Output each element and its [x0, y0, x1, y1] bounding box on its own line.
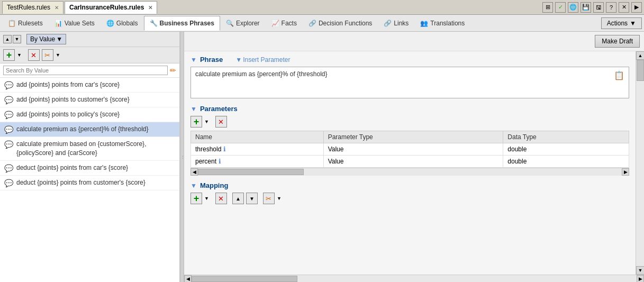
param-type-cell: Value — [323, 156, 503, 168]
list-item[interactable]: 💬 add {points} points from car's {score} — [0, 78, 179, 93]
nav-globals[interactable]: 🌐 Globals — [101, 16, 144, 31]
main-area: ▲ ▼ By Value ▼ + ▼ ✕ ✂ ▼ ✏ 💬 add {po — [0, 32, 644, 282]
tab-carinsurance-close[interactable]: ✕ — [148, 5, 152, 11]
table-row[interactable]: threshold ℹ Value double — [191, 143, 629, 156]
list-item[interactable]: 💬 calculate premium based on {customerSc… — [0, 137, 179, 161]
add-param-button[interactable]: + — [191, 116, 202, 128]
list-item[interactable]: 💬 add {points} points to customer's {sco… — [0, 93, 179, 107]
param-info-icon[interactable]: ℹ — [223, 145, 226, 153]
list-item-selected[interactable]: 💬 calculate premium as {percent}% of {th… — [0, 122, 179, 137]
col-header-param-type: Parameter Type — [323, 131, 503, 143]
close-icon-btn[interactable]: ✕ — [619, 2, 629, 13]
tab-testrules[interactable]: TestRules.rules ✕ — [2, 1, 64, 14]
insert-parameter-button[interactable]: ▼ Insert Parameter — [235, 56, 290, 63]
expand-icon-btn[interactable]: ▶ — [631, 2, 642, 13]
scroll-thumb-h[interactable] — [198, 169, 304, 175]
phrase-copy-icon[interactable]: 📋 — [614, 70, 624, 80]
search-pencil-icon[interactable]: ✏ — [170, 66, 176, 75]
move-down-button[interactable]: ▼ — [246, 193, 258, 204]
mapping-section: ▼ Mapping + ▼ ✕ ▲ ▼ ✂ ▼ — [191, 181, 629, 204]
nav-decision-functions[interactable]: 🔗 Decision Functions — [303, 16, 378, 31]
scroll-down-button[interactable]: ▼ — [636, 266, 644, 275]
param-type-cell: Value — [323, 143, 503, 156]
translations-icon: 👥 — [420, 20, 428, 27]
facts-icon: 📈 — [271, 20, 279, 27]
tab-carinsurance[interactable]: CarInsuranceRules.rules ✕ — [65, 1, 157, 14]
cut-mapping-button[interactable]: ✂ — [263, 193, 275, 204]
sort-area: ▲ ▼ — [3, 35, 21, 43]
list-item[interactable]: 💬 add {points} points to policy's {score… — [0, 107, 179, 122]
right-scroll-thumb-h[interactable] — [192, 276, 297, 282]
cut-mapping-dropdown-arrow[interactable]: ▼ — [277, 196, 282, 201]
parameters-collapse-arrow[interactable]: ▼ — [191, 105, 197, 113]
cut-phrase-button[interactable]: ✂ — [42, 49, 53, 61]
globe-icon-btn[interactable]: 🌐 — [568, 2, 578, 13]
nav-rulesets[interactable]: 📋 Rulesets — [2, 16, 49, 31]
right-scrollbar[interactable]: ▲ ▼ — [636, 51, 644, 275]
mapping-collapse-arrow[interactable]: ▼ — [191, 182, 197, 189]
phrase-icon: 💬 — [4, 164, 13, 172]
left-panel: ▲ ▼ By Value ▼ + ▼ ✕ ✂ ▼ ✏ 💬 add {po — [0, 32, 180, 282]
check-icon-btn[interactable]: ✓ — [555, 2, 566, 13]
save-icon-btn[interactable]: 💾 — [580, 2, 591, 13]
explorer-icon: 🔍 — [226, 20, 234, 27]
delete-phrase-button[interactable]: ✕ — [28, 49, 40, 61]
decision-functions-icon: 🔗 — [309, 20, 316, 27]
panel-splitter[interactable]: ⋮ — [180, 32, 184, 282]
right-scroll-track-h — [192, 275, 637, 283]
cut-dropdown-arrow[interactable]: ▼ — [56, 52, 60, 58]
nav-facts[interactable]: 📈 Facts — [266, 16, 303, 31]
parameters-section: ▼ Parameters + ▼ ✕ Name Parameter T — [191, 105, 629, 175]
scroll-up-button[interactable]: ▲ — [636, 51, 644, 60]
table-row[interactable]: percent ℹ Value double — [191, 156, 629, 168]
add-dropdown-arrow[interactable]: ▼ — [17, 52, 22, 58]
sort-desc-button[interactable]: ▼ — [13, 35, 21, 43]
parameters-toolbar: + ▼ ✕ — [191, 116, 629, 128]
mapping-section-header: ▼ Mapping — [191, 181, 629, 189]
valuesets-icon: 📊 — [55, 20, 62, 27]
nav-translations[interactable]: 👥 Translations — [414, 16, 470, 31]
scroll-left-button[interactable]: ◀ — [191, 168, 198, 176]
list-item[interactable]: 💬 deduct {points} points from customer's… — [0, 176, 179, 190]
splitter-dots: ⋮ — [180, 154, 184, 159]
by-value-button[interactable]: By Value ▼ — [26, 34, 66, 44]
make-draft-button[interactable]: Make Draft — [595, 35, 640, 48]
nav-actions: Actions ▼ — [601, 17, 642, 29]
add-phrase-button[interactable]: + — [3, 49, 15, 61]
scroll-left-right-button[interactable]: ◀ — [184, 275, 192, 283]
param-name-cell: percent ℹ — [191, 156, 324, 168]
move-up-button[interactable]: ▲ — [232, 193, 244, 204]
save2-icon-btn[interactable]: 🖫 — [593, 2, 604, 13]
phrase-icon: 💬 — [4, 125, 13, 134]
sort-asc-button[interactable]: ▲ — [3, 35, 12, 43]
tab-testrules-close[interactable]: ✕ — [55, 5, 59, 11]
list-item[interactable]: 💬 deduct {points} points from car's {sco… — [0, 161, 179, 176]
scroll-track — [636, 60, 644, 266]
grid-icon-btn[interactable]: ⊞ — [542, 2, 553, 13]
add-param-dropdown-arrow[interactable]: ▼ — [204, 119, 209, 124]
delete-mapping-button[interactable]: ✕ — [215, 193, 227, 204]
by-value-dropdown-icon: ▼ — [56, 35, 62, 43]
add-mapping-button[interactable]: + — [191, 193, 202, 204]
nav-explorer[interactable]: 🔍 Explorer — [220, 16, 266, 31]
delete-param-button[interactable]: ✕ — [215, 116, 227, 128]
scroll-thumb[interactable] — [637, 60, 644, 81]
add-mapping-dropdown-arrow[interactable]: ▼ — [204, 196, 209, 201]
nav-business-phrases[interactable]: 🔧 Business Phrases — [144, 16, 220, 31]
param-info-icon[interactable]: ℹ — [219, 158, 221, 165]
actions-button[interactable]: Actions ▼ — [601, 17, 642, 29]
links-icon: 🔗 — [384, 20, 392, 27]
nav-valuesets[interactable]: 📊 Value Sets — [49, 16, 101, 31]
scroll-right-right-button[interactable]: ▶ — [637, 275, 644, 283]
phrase-content-box: calculate premium as {percent}% of {thre… — [191, 67, 629, 98]
help-icon-btn[interactable]: ? — [606, 2, 616, 13]
nav-links[interactable]: 🔗 Links — [378, 16, 414, 31]
scroll-right-button[interactable]: ▶ — [622, 168, 629, 176]
right-content: ▼ Phrase ▼ Insert Parameter calculate pr… — [184, 51, 636, 275]
right-bottom-scrollbar[interactable]: ◀ ▶ — [184, 275, 644, 282]
actions-dropdown-arrow: ▼ — [630, 20, 636, 27]
table-horizontal-scrollbar[interactable]: ◀ ▶ — [191, 168, 629, 175]
phrase-list: 💬 add {points} points from car's {score}… — [0, 78, 179, 282]
search-input[interactable] — [3, 66, 168, 75]
phrase-collapse-arrow[interactable]: ▼ — [191, 56, 197, 63]
